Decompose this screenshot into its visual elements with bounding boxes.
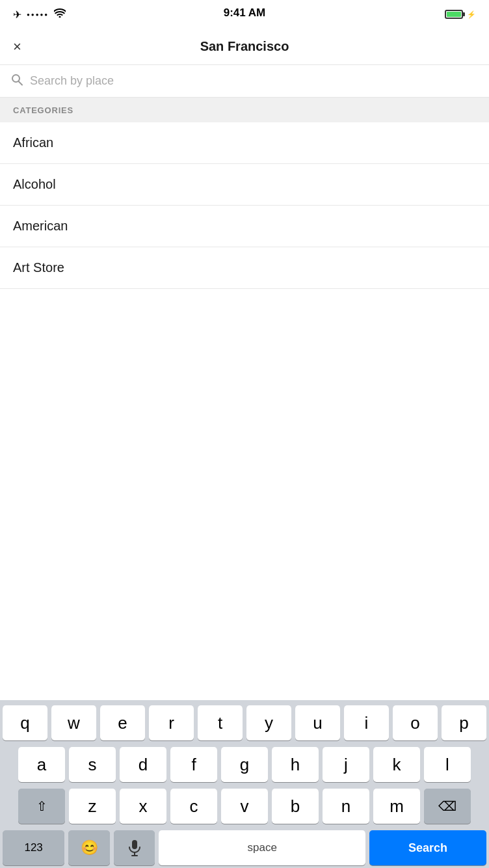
key-x[interactable]: x: [120, 789, 166, 824]
search-key[interactable]: Search: [369, 830, 486, 865]
key-u[interactable]: u: [295, 705, 340, 740]
key-p[interactable]: p: [442, 705, 486, 740]
key-w[interactable]: w: [51, 705, 96, 740]
status-right: ⚡: [445, 10, 476, 19]
category-label: Alcohol: [13, 177, 56, 191]
key-n[interactable]: n: [323, 789, 369, 824]
keyboard-row-1: q w e r t y u i o p: [3, 705, 486, 740]
status-left: ✈ ●●●●●: [13, 8, 66, 21]
keyboard-row-3: ⇧ z x c v b n m ⌫: [3, 789, 486, 824]
key-o[interactable]: o: [393, 705, 438, 740]
key-v[interactable]: v: [221, 789, 268, 824]
category-label: African: [13, 135, 53, 150]
key-z[interactable]: z: [69, 789, 116, 824]
delete-key[interactable]: ⌫: [424, 789, 471, 824]
svg-rect-2: [132, 840, 137, 849]
key-t[interactable]: t: [198, 705, 243, 740]
airplane-icon: ✈: [13, 8, 21, 21]
keyboard-row-2: a s d f g h j k l: [3, 747, 486, 782]
battery-icon: [445, 10, 463, 19]
svg-line-1: [19, 81, 23, 85]
search-icon: [10, 73, 23, 89]
key-l[interactable]: l: [424, 747, 471, 782]
categories-label: CATEGORIES: [13, 105, 73, 115]
key-e[interactable]: e: [100, 705, 145, 740]
category-label: American: [13, 219, 68, 233]
key-f[interactable]: f: [170, 747, 217, 782]
key-r[interactable]: r: [149, 705, 194, 740]
signal-dots: ●●●●●: [27, 12, 49, 18]
mic-key[interactable]: [114, 830, 155, 865]
category-label: Art Store: [13, 260, 64, 275]
page-title: San Francisco: [200, 39, 289, 54]
key-i[interactable]: i: [344, 705, 389, 740]
categories-header: CATEGORIES: [0, 98, 489, 122]
list-item[interactable]: African: [0, 122, 489, 164]
key-g[interactable]: g: [221, 747, 268, 782]
key-y[interactable]: y: [246, 705, 291, 740]
key-b[interactable]: b: [272, 789, 319, 824]
search-bar: [0, 65, 489, 98]
wifi-icon: [54, 8, 66, 20]
key-a[interactable]: a: [18, 747, 65, 782]
key-q[interactable]: q: [3, 705, 47, 740]
key-m[interactable]: m: [373, 789, 420, 824]
numbers-key[interactable]: 123: [3, 830, 64, 865]
bolt-icon: ⚡: [467, 10, 476, 19]
list-item[interactable]: American: [0, 206, 489, 247]
list-item[interactable]: Alcohol: [0, 164, 489, 206]
close-button[interactable]: ×: [13, 40, 21, 54]
key-j[interactable]: j: [323, 747, 369, 782]
emoji-key[interactable]: 😊: [68, 830, 110, 865]
search-input[interactable]: [30, 74, 479, 88]
category-list: African Alcohol American Art Store: [0, 122, 489, 289]
status-bar: ✈ ●●●●● 9:41 AM ⚡: [0, 0, 489, 29]
list-item[interactable]: Art Store: [0, 247, 489, 289]
space-key[interactable]: space: [159, 830, 365, 865]
status-time: 9:41 AM: [224, 7, 266, 20]
keyboard-row-4: 123 😊 space Search: [3, 830, 486, 865]
key-h[interactable]: h: [272, 747, 319, 782]
keyboard: q w e r t y u i o p a s d f g h j k l ⇧ …: [0, 700, 489, 868]
key-k[interactable]: k: [373, 747, 420, 782]
header: × San Francisco: [0, 29, 489, 65]
key-d[interactable]: d: [120, 747, 166, 782]
key-s[interactable]: s: [69, 747, 116, 782]
key-c[interactable]: c: [170, 789, 217, 824]
shift-key[interactable]: ⇧: [18, 789, 65, 824]
